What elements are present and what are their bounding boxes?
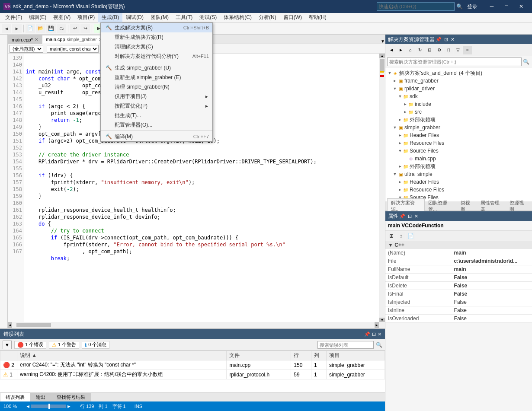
expand-us-headers[interactable]: ► [397,179,403,185]
zoom-decrease-btn[interactable]: ◄ [26,404,30,409]
h-scrollbar-thumb[interactable] [16,323,51,327]
tree-sg-ext-deps[interactable]: ► 📁 外部依赖项 [385,162,532,170]
col-file[interactable]: 文件 [227,351,291,360]
zoom-slider[interactable] [31,405,66,408]
se-float-button[interactable]: ⊡ [443,37,449,42]
menu-item-rebuild-project[interactable]: 重新生成 simple_grabber (E) [101,73,212,82]
tree-us-resources[interactable]: ► 📁 Resource Files [385,186,532,194]
se-forward-btn[interactable]: ► [397,46,405,54]
se-collapse-btn[interactable]: ⊟ [425,46,434,54]
table-row[interactable]: 🔴 2 error C2440: "=": 无法从 "int" 转换为 "con… [0,360,385,370]
se-pin-button[interactable]: 📌 [435,37,442,42]
expand-ext-rplidar[interactable]: ► [397,117,403,122]
function-select[interactable]: main(int, const char *[]) [47,45,99,53]
expand-simple-grabber[interactable]: ▼ [392,125,397,130]
horizontal-scrollbar[interactable]: ◄ ► [8,322,385,328]
menu-item-config-optimize[interactable]: 按配置优化(P) ► [101,101,212,111]
tree-ext-deps-rplidar[interactable]: ► 📁 外部依赖项 [385,116,532,124]
expand-rplidar-driver[interactable]: ▼ [392,86,397,91]
expand-sdk[interactable]: ▼ [397,94,403,99]
quick-launch-input[interactable] [377,2,455,11]
zoom-thumb[interactable] [48,404,50,409]
menu-project[interactable]: 项目(P) [74,13,98,22]
expand-sg-sources[interactable]: ▼ [397,148,403,153]
expand-sg-resources[interactable]: ► [397,140,403,146]
errors-float-button[interactable]: ⊡ [372,331,376,337]
props-sort-btn[interactable]: ↕ [397,232,405,240]
col-project[interactable]: 项目 [327,351,385,360]
menu-item-clean-project[interactable]: 清理 simple_grabber(N) [101,82,212,92]
tab-close-1[interactable]: ✕ [35,37,38,42]
se-view-btn[interactable]: {} [444,46,453,54]
menu-window[interactable]: 窗口(W) [280,13,305,22]
expand-frame-grabber[interactable]: ► [392,78,397,83]
menu-build[interactable]: 生成(B) [98,13,122,22]
open-button[interactable]: 📂 [36,24,45,33]
props-pin-button[interactable]: 📌 [398,213,406,219]
col-line[interactable]: 行 [291,351,311,360]
tree-frame-grabber[interactable]: ► ▣ frame_grabber [385,77,532,85]
warning-count-badge[interactable]: ⚠ 1 个警告 [49,341,79,349]
menu-item-batch-build[interactable]: 批生成(T)... [101,111,212,120]
menu-debug[interactable]: 调试(D) [122,13,147,22]
menu-item-build-project[interactable]: 🔨 生成 simple_grabber (U) [101,63,212,73]
close-button[interactable]: ✕ [514,2,529,11]
tree-include[interactable]: ► 📁 include [385,100,532,108]
save-button[interactable]: 💾 [46,24,56,33]
expand-sg-headers[interactable]: ► [397,133,403,138]
h-scrollbar-track[interactable] [12,322,375,328]
tree-sg-resources[interactable]: ► 📁 Resource Files [385,139,532,147]
tree-sg-headers[interactable]: ► 📁 Header Files [385,131,532,139]
bottom-tab-find-results[interactable]: 查找符号结果 [51,393,91,401]
tab-scroll-right[interactable]: ▼ [381,39,385,44]
tree-solution-root[interactable]: ▼ ◈ 解决方案'sdk_and_demo' (4 个项目) [385,69,532,77]
expand-us-resources[interactable]: ► [397,187,403,192]
menu-item-rebuild-solution[interactable]: 重新生成解决方案(R) [101,32,212,42]
scope-select[interactable]: (全局范围) [10,45,43,53]
menu-test[interactable]: 测试(S) [196,13,220,22]
se-props-btn[interactable]: ⚙ [435,46,443,54]
expand-sg-ext[interactable]: ► [397,164,403,169]
minimize-button[interactable]: ─ [484,2,499,11]
tree-rplidar-driver[interactable]: ▼ ▣ rplidar_driver [385,85,532,92]
login-label[interactable]: 登录 [467,3,478,10]
menu-item-clean-solution[interactable]: 清理解决方案(C) [101,42,212,51]
zoom-increase-btn[interactable]: ► [67,404,71,409]
tab-main-cpp-2[interactable]: main.cpp simple_grabber ✕ [42,35,106,44]
sidebar-server-explorer-icon[interactable]: 服务器资源管理器 [1,36,7,40]
tree-sg-main-cpp[interactable]: ⊕ main.cpp [385,155,532,162]
forward-button[interactable]: ► [12,24,22,33]
v-scrollbar-thumb[interactable] [380,59,385,72]
save-all-button[interactable]: 🗂 [57,24,66,33]
props-pages-btn[interactable]: 📄 [406,232,415,240]
tree-simple-grabber[interactable]: ▼ ▣ simple_grabber [385,124,532,131]
se-filter-btn[interactable]: ▽ [454,46,462,54]
errors-search-input[interactable] [317,341,374,349]
se-home-btn[interactable]: ⌂ [406,46,415,54]
expand-src[interactable]: ► [403,109,408,115]
menu-item-config-manager[interactable]: 配置管理器(O)... [101,120,212,130]
se-back-btn[interactable]: ◄ [387,46,396,54]
errors-close-button[interactable]: ✕ [378,331,381,337]
tree-sdk[interactable]: ▼ 📁 sdk [385,92,532,100]
col-desc[interactable]: 说明 ▲ [17,351,227,360]
props-float-button[interactable]: ⊡ [407,213,413,219]
menu-tools[interactable]: 工具(T) [172,13,196,22]
menu-help[interactable]: 帮助(H) [305,13,330,22]
info-count-badge[interactable]: ℹ 0 个消息 [82,341,109,349]
error-count-badge[interactable]: 🔴 1 个错误 [14,341,46,349]
se-search-input[interactable] [387,57,522,66]
bottom-tab-errors[interactable]: 错误列表 [0,393,30,401]
back-button[interactable]: ◄ [2,24,11,33]
tree-us-headers[interactable]: ► 📁 Header Files [385,178,532,186]
bottom-tab-output[interactable]: 输出 [30,393,51,401]
redo-button[interactable]: ↪ [80,24,90,33]
menu-team[interactable]: 团队(M) [147,13,172,22]
se-close-button[interactable]: ✕ [450,37,455,42]
vertical-scrollbar[interactable]: ▲ ▼ [379,54,385,322]
menu-arch[interactable]: 体系结构(C) [220,13,255,22]
undo-button[interactable]: ↩ [70,24,80,33]
se-refresh-btn[interactable]: ↻ [416,46,424,54]
se-activefiles-btn[interactable]: ≡ [463,46,472,54]
tree-ultra-simple[interactable]: ▼ ▣ ultra_simple [385,170,532,178]
